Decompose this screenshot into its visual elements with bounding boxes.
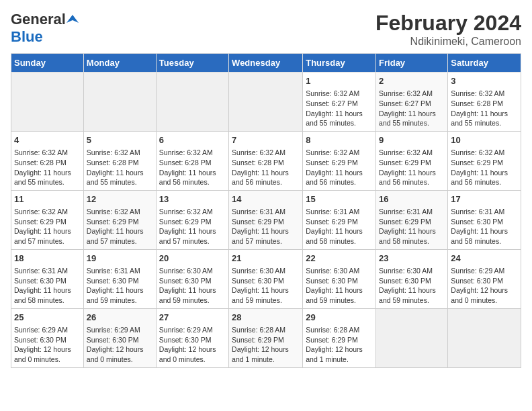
day-number: 24	[451, 253, 518, 265]
day-number: 3	[451, 75, 518, 87]
header-day: Friday	[376, 54, 448, 73]
day-info: Sunrise: 6:31 AM Sunset: 6:29 PM Dayligh…	[306, 207, 373, 246]
title-block: February 2024 Ndikinimeki, Cameroon	[375, 11, 521, 48]
calendar-day-cell: 21Sunrise: 6:30 AM Sunset: 6:30 PM Dayli…	[229, 249, 303, 308]
header-day: Wednesday	[229, 54, 303, 73]
day-number: 29	[306, 312, 373, 324]
day-info: Sunrise: 6:30 AM Sunset: 6:30 PM Dayligh…	[159, 266, 226, 306]
calendar-day-cell: 28Sunrise: 6:28 AM Sunset: 6:29 PM Dayli…	[229, 308, 303, 367]
day-number: 18	[14, 253, 81, 265]
day-info: Sunrise: 6:30 AM Sunset: 6:30 PM Dayligh…	[306, 266, 373, 306]
calendar-day-cell: 3Sunrise: 6:32 AM Sunset: 6:28 PM Daylig…	[448, 73, 521, 132]
day-info: Sunrise: 6:29 AM Sunset: 6:30 PM Dayligh…	[451, 266, 518, 306]
page-subtitle: Ndikinimeki, Cameroon	[375, 36, 521, 48]
day-info: Sunrise: 6:31 AM Sunset: 6:30 PM Dayligh…	[87, 266, 153, 306]
calendar-day-cell	[448, 308, 521, 367]
calendar-day-cell: 4Sunrise: 6:32 AM Sunset: 6:28 PM Daylig…	[11, 131, 84, 190]
calendar-day-cell: 18Sunrise: 6:31 AM Sunset: 6:30 PM Dayli…	[11, 249, 84, 308]
day-info: Sunrise: 6:31 AM Sunset: 6:29 PM Dayligh…	[232, 207, 300, 246]
calendar-day-cell: 25Sunrise: 6:29 AM Sunset: 6:30 PM Dayli…	[11, 308, 84, 367]
day-info: Sunrise: 6:32 AM Sunset: 6:27 PM Dayligh…	[379, 89, 445, 128]
calendar-day-cell: 15Sunrise: 6:31 AM Sunset: 6:29 PM Dayli…	[303, 190, 376, 249]
day-number: 21	[232, 253, 300, 265]
day-info: Sunrise: 6:32 AM Sunset: 6:29 PM Dayligh…	[451, 148, 518, 187]
day-info: Sunrise: 6:30 AM Sunset: 6:30 PM Dayligh…	[379, 266, 445, 306]
calendar-day-cell: 7Sunrise: 6:32 AM Sunset: 6:28 PM Daylig…	[229, 131, 303, 190]
calendar-header: SundayMondayTuesdayWednesdayThursdayFrid…	[11, 54, 521, 73]
day-number: 2	[379, 75, 445, 87]
calendar-day-cell: 17Sunrise: 6:31 AM Sunset: 6:30 PM Dayli…	[448, 190, 521, 249]
day-number: 9	[379, 134, 445, 146]
page-header: General Blue February 2024 Ndikinimeki, …	[11, 11, 521, 48]
day-info: Sunrise: 6:32 AM Sunset: 6:28 PM Dayligh…	[232, 148, 300, 187]
day-number: 7	[232, 134, 300, 146]
day-info: Sunrise: 6:29 AM Sunset: 6:30 PM Dayligh…	[14, 325, 81, 365]
day-number: 26	[87, 312, 153, 324]
header-row: SundayMondayTuesdayWednesdayThursdayFrid…	[11, 54, 521, 73]
day-info: Sunrise: 6:32 AM Sunset: 6:28 PM Dayligh…	[87, 148, 153, 187]
calendar-day-cell: 24Sunrise: 6:29 AM Sunset: 6:30 PM Dayli…	[448, 249, 521, 308]
day-number: 10	[451, 134, 518, 146]
header-day: Monday	[83, 54, 156, 73]
day-number: 6	[159, 134, 226, 146]
day-number: 28	[232, 312, 300, 324]
day-info: Sunrise: 6:32 AM Sunset: 6:29 PM Dayligh…	[159, 207, 226, 246]
calendar-day-cell	[156, 73, 228, 132]
day-info: Sunrise: 6:31 AM Sunset: 6:30 PM Dayligh…	[451, 207, 518, 246]
day-number: 27	[159, 312, 226, 324]
calendar-week-row: 4Sunrise: 6:32 AM Sunset: 6:28 PM Daylig…	[11, 131, 521, 190]
calendar-day-cell: 23Sunrise: 6:30 AM Sunset: 6:30 PM Dayli…	[376, 249, 448, 308]
day-number: 4	[14, 134, 81, 146]
header-day: Saturday	[448, 54, 521, 73]
calendar-day-cell: 27Sunrise: 6:29 AM Sunset: 6:30 PM Dayli…	[156, 308, 228, 367]
day-number: 5	[87, 134, 153, 146]
calendar-day-cell: 10Sunrise: 6:32 AM Sunset: 6:29 PM Dayli…	[448, 131, 521, 190]
calendar-day-cell: 19Sunrise: 6:31 AM Sunset: 6:30 PM Dayli…	[83, 249, 156, 308]
day-info: Sunrise: 6:32 AM Sunset: 6:29 PM Dayligh…	[306, 148, 373, 187]
calendar-table: SundayMondayTuesdayWednesdayThursdayFrid…	[11, 53, 521, 368]
day-info: Sunrise: 6:32 AM Sunset: 6:29 PM Dayligh…	[87, 207, 153, 246]
day-number: 1	[306, 75, 373, 87]
day-number: 20	[159, 253, 226, 265]
day-info: Sunrise: 6:32 AM Sunset: 6:29 PM Dayligh…	[379, 148, 445, 187]
header-day: Tuesday	[156, 54, 228, 73]
logo: General Blue	[11, 11, 79, 46]
day-info: Sunrise: 6:30 AM Sunset: 6:30 PM Dayligh…	[232, 266, 300, 306]
header-day: Sunday	[11, 54, 84, 73]
day-info: Sunrise: 6:32 AM Sunset: 6:27 PM Dayligh…	[306, 89, 373, 128]
calendar-day-cell: 29Sunrise: 6:28 AM Sunset: 6:29 PM Dayli…	[303, 308, 376, 367]
day-number: 12	[87, 193, 153, 205]
day-number: 19	[87, 253, 153, 265]
calendar-body: 1Sunrise: 6:32 AM Sunset: 6:27 PM Daylig…	[11, 73, 521, 368]
calendar-day-cell: 13Sunrise: 6:32 AM Sunset: 6:29 PM Dayli…	[156, 190, 228, 249]
day-number: 25	[14, 312, 81, 324]
day-number: 15	[306, 193, 373, 205]
day-info: Sunrise: 6:32 AM Sunset: 6:29 PM Dayligh…	[14, 207, 81, 246]
calendar-day-cell: 20Sunrise: 6:30 AM Sunset: 6:30 PM Dayli…	[156, 249, 228, 308]
calendar-day-cell: 16Sunrise: 6:31 AM Sunset: 6:29 PM Dayli…	[376, 190, 448, 249]
calendar-week-row: 25Sunrise: 6:29 AM Sunset: 6:30 PM Dayli…	[11, 308, 521, 367]
calendar-day-cell: 6Sunrise: 6:32 AM Sunset: 6:28 PM Daylig…	[156, 131, 228, 190]
calendar-day-cell: 5Sunrise: 6:32 AM Sunset: 6:28 PM Daylig…	[83, 131, 156, 190]
day-info: Sunrise: 6:32 AM Sunset: 6:28 PM Dayligh…	[451, 89, 518, 128]
calendar-week-row: 1Sunrise: 6:32 AM Sunset: 6:27 PM Daylig…	[11, 73, 521, 132]
calendar-day-cell: 2Sunrise: 6:32 AM Sunset: 6:27 PM Daylig…	[376, 73, 448, 132]
logo-bird-icon	[66, 13, 79, 26]
calendar-week-row: 11Sunrise: 6:32 AM Sunset: 6:29 PM Dayli…	[11, 190, 521, 249]
calendar-day-cell	[83, 73, 156, 132]
logo-general: General	[11, 11, 66, 28]
header-day: Thursday	[303, 54, 376, 73]
day-number: 17	[451, 193, 518, 205]
calendar-day-cell	[376, 308, 448, 367]
day-info: Sunrise: 6:28 AM Sunset: 6:29 PM Dayligh…	[232, 325, 300, 365]
calendar-week-row: 18Sunrise: 6:31 AM Sunset: 6:30 PM Dayli…	[11, 249, 521, 308]
calendar-day-cell: 9Sunrise: 6:32 AM Sunset: 6:29 PM Daylig…	[376, 131, 448, 190]
day-number: 13	[159, 193, 226, 205]
day-info: Sunrise: 6:29 AM Sunset: 6:30 PM Dayligh…	[159, 325, 226, 365]
calendar-day-cell: 14Sunrise: 6:31 AM Sunset: 6:29 PM Dayli…	[229, 190, 303, 249]
calendar-day-cell: 12Sunrise: 6:32 AM Sunset: 6:29 PM Dayli…	[83, 190, 156, 249]
calendar-day-cell: 26Sunrise: 6:29 AM Sunset: 6:30 PM Dayli…	[83, 308, 156, 367]
day-info: Sunrise: 6:32 AM Sunset: 6:28 PM Dayligh…	[159, 148, 226, 187]
calendar-day-cell: 22Sunrise: 6:30 AM Sunset: 6:30 PM Dayli…	[303, 249, 376, 308]
day-info: Sunrise: 6:28 AM Sunset: 6:29 PM Dayligh…	[306, 325, 373, 365]
